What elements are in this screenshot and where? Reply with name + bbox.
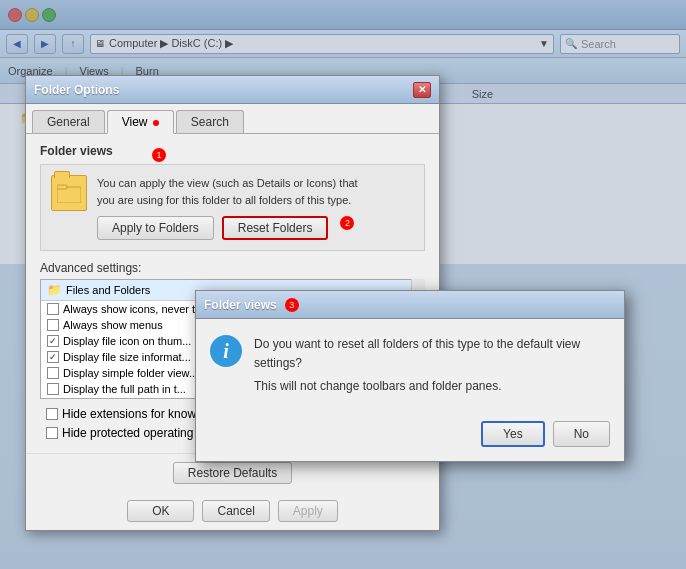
dialog-footer: OK Cancel Apply: [26, 492, 439, 530]
adv-item-3-label: Display file icon on thum...: [63, 335, 191, 347]
confirm-dialog: Folder views 3 i Do you want to reset al…: [195, 290, 625, 462]
checkbox-hide-ext[interactable]: [46, 408, 58, 420]
folder-icon: [51, 175, 87, 211]
dialog-tabs: General View Search: [26, 104, 439, 134]
confirm-message: Do you want to reset all folders of this…: [254, 335, 610, 397]
tab-general[interactable]: General: [32, 110, 105, 133]
info-icon: i: [210, 335, 242, 367]
annotation-badge-3: 3: [285, 298, 299, 312]
restore-defaults-button[interactable]: Restore Defaults: [173, 462, 292, 484]
confirm-body: i Do you want to reset all folders of th…: [196, 319, 624, 413]
adv-item-2-label: Always show menus: [63, 319, 163, 331]
checkbox-simple-folder[interactable]: [47, 367, 59, 379]
folder-views-section: You can apply the view (such as Details …: [40, 164, 425, 251]
checkbox-icons[interactable]: [47, 303, 59, 315]
apply-button[interactable]: Apply: [278, 500, 338, 522]
svg-rect-1: [57, 185, 67, 189]
yes-button[interactable]: Yes: [481, 421, 545, 447]
tab-general-label: General: [47, 115, 90, 129]
annotation-badge-1: 1: [152, 148, 166, 162]
tab-view-label: View: [122, 115, 148, 129]
advanced-settings-label: Advanced settings:: [40, 261, 425, 275]
adv-item-4-label: Display file size informat...: [63, 351, 191, 363]
adv-item-5-label: Display simple folder view...: [63, 367, 198, 379]
annotation-badge-2: 2: [340, 216, 354, 230]
confirm-title: Folder views: [204, 298, 277, 312]
dialog-title: Folder Options: [34, 83, 119, 97]
reset-folders-button[interactable]: Reset Folders: [222, 216, 329, 240]
apply-to-folders-button[interactable]: Apply to Folders: [97, 216, 214, 240]
confirm-line1: Do you want to reset all folders of this…: [254, 335, 610, 373]
section-title: Folder views: [40, 144, 425, 158]
checkbox-full-path[interactable]: [47, 383, 59, 395]
checkbox-file-icon[interactable]: ✓: [47, 335, 59, 347]
tab-view[interactable]: View: [107, 110, 174, 134]
confirm-line2: This will not change toolbars and folder…: [254, 377, 610, 396]
checkbox-hide-os[interactable]: [46, 427, 58, 439]
dialog-titlebar: Folder Options ✕: [26, 76, 439, 104]
ok-button[interactable]: OK: [127, 500, 194, 522]
tab-search-label: Search: [191, 115, 229, 129]
checkbox-menus[interactable]: [47, 319, 59, 331]
checkbox-file-size[interactable]: ✓: [47, 351, 59, 363]
no-button[interactable]: No: [553, 421, 610, 447]
tab-indicator: [153, 120, 159, 126]
confirm-buttons: Yes No: [196, 413, 624, 461]
dialog-close-button[interactable]: ✕: [413, 82, 431, 98]
folder-view-buttons: Apply to Folders Reset Folders 2: [97, 216, 414, 240]
adv-item-6-label: Display the full path in t...: [63, 383, 186, 395]
cancel-button[interactable]: Cancel: [202, 500, 269, 522]
folder-svg: [57, 183, 81, 203]
folder-view-description: You can apply the view (such as Details …: [97, 175, 414, 208]
confirm-titlebar: Folder views 3: [196, 291, 624, 319]
adv-header-label: Files and Folders: [66, 284, 150, 296]
tab-search[interactable]: Search: [176, 110, 244, 133]
